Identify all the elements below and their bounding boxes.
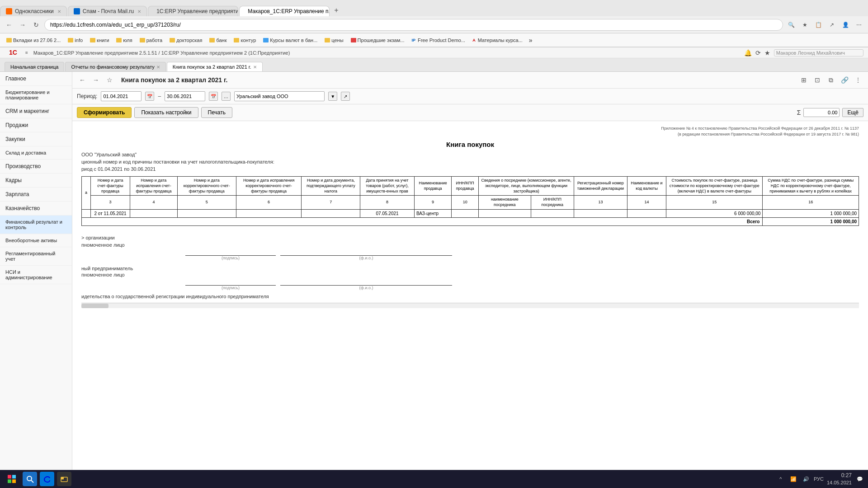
bookmark-12[interactable]: A Материалы курса... xyxy=(470,37,525,44)
period-to-input[interactable] xyxy=(165,91,205,101)
app-menu-icon[interactable]: ≡ xyxy=(25,50,28,55)
toolbar-more-button[interactable]: ⋮ xyxy=(853,75,863,85)
form-button[interactable]: Сформировать xyxy=(77,107,132,118)
sidebar-item-budget[interactable]: Бюджетирование и планирование xyxy=(0,86,72,104)
scroll-thumb[interactable] xyxy=(81,304,108,308)
tab-label-3: 1С:ERP Управление предприяти... xyxy=(156,8,238,14)
settings-button[interactable]: Показать настройки xyxy=(134,107,198,118)
app-tab-reports-close[interactable]: ✕ xyxy=(156,65,160,70)
bookmarks-more[interactable]: » xyxy=(529,37,533,44)
search-button[interactable]: 🔍 xyxy=(786,19,797,30)
tab-close-1[interactable]: ✕ xyxy=(57,9,61,14)
tab-close-2[interactable]: ✕ xyxy=(137,9,141,14)
bookmark-2[interactable]: книги xyxy=(87,37,112,44)
th-5-num: 5 xyxy=(177,196,236,209)
bookmark-1[interactable]: info xyxy=(65,37,85,44)
bookmark-10[interactable]: Прошедшие экзам... xyxy=(348,37,407,44)
bookmark-11[interactable]: IP Free Product Demo... xyxy=(409,37,468,44)
sidebar-item-nsi[interactable]: НСИ и администрирование xyxy=(0,266,72,284)
toolbar-copy-button[interactable]: ⧉ xyxy=(826,75,836,85)
sig-section-2: ный предприниматель пномоченное лицо (по… xyxy=(81,266,859,290)
print-button[interactable]: Печать xyxy=(201,107,232,118)
sidebar-item-treasury[interactable]: Казначейство xyxy=(0,202,72,216)
sidebar-item-finance[interactable]: Финансовый результат и контроль xyxy=(0,216,72,234)
start-button[interactable] xyxy=(4,471,20,487)
period-to-calendar-button[interactable]: 📅 xyxy=(209,92,218,101)
table-scroll-area[interactable]: а Номер и дата счет-фактуры продавца Ном… xyxy=(81,174,859,225)
toolbar-star-button[interactable]: ☆ xyxy=(104,75,115,85)
bookmark-3[interactable]: юля xyxy=(113,37,135,44)
bookmark-5[interactable]: докторская xyxy=(167,37,205,44)
sidebar-item-assets[interactable]: Внеоборотные активы xyxy=(0,234,72,247)
tab-icon-2 xyxy=(74,8,80,14)
taskbar-notification[interactable]: 💬 xyxy=(855,474,864,483)
bookmark-6[interactable]: банк xyxy=(207,37,229,44)
new-tab-button[interactable]: + xyxy=(330,5,342,16)
organization-input[interactable] xyxy=(234,91,325,101)
reload-button[interactable]: ↻ xyxy=(31,19,42,30)
taskbar-search[interactable] xyxy=(23,472,37,486)
toolbar-view-button[interactable]: ⊞ xyxy=(798,75,809,85)
period-from-calendar-button[interactable]: 📅 xyxy=(145,92,154,101)
sidebar-item-warehouse[interactable]: Склад и доставка xyxy=(0,146,72,160)
share-button[interactable]: ↗ xyxy=(826,19,837,30)
organization-select-button[interactable]: ▼ xyxy=(328,92,337,101)
back-button[interactable]: ← xyxy=(4,19,14,30)
a-icon: A xyxy=(472,38,476,42)
taskbar-chevron[interactable]: ^ xyxy=(776,474,785,483)
notification-icon[interactable]: 🔔 xyxy=(744,49,752,56)
horizontal-scrollbar[interactable] xyxy=(81,303,859,308)
app-tab-home[interactable]: Начальная страница xyxy=(5,62,64,71)
sidebar-item-purchases[interactable]: Закупки xyxy=(0,132,72,146)
search-input-area[interactable]: Макаров Леонид Михайлович xyxy=(774,49,863,56)
settings-button[interactable]: ⋯ xyxy=(854,19,864,30)
forward-button[interactable]: → xyxy=(17,19,28,30)
toolbar-back-button[interactable]: ← xyxy=(77,75,88,85)
sidebar-item-crm[interactable]: CRM и маркетинг xyxy=(0,104,72,118)
doc-note-line2: (в редакции постановления Правительства … xyxy=(678,132,859,136)
sidebar-item-regulated[interactable]: Регламентированный учет xyxy=(0,247,72,266)
period-from-input[interactable] xyxy=(101,91,142,101)
favorites-button[interactable]: ★ xyxy=(799,19,810,30)
taskbar-input-lang[interactable]: РУС xyxy=(814,474,823,483)
browser-tab-4[interactable]: Макаров_1С:ERP Управление п... ✕ xyxy=(239,6,330,16)
sidebar-item-production[interactable]: Производство xyxy=(0,160,72,174)
collections-button[interactable]: 📋 xyxy=(813,19,824,30)
toolbar-link-button[interactable]: 🔗 xyxy=(839,75,850,85)
browser-tab-3[interactable]: 1С:ERP Управление предприяти... ✕ xyxy=(148,6,238,16)
toolbar-send-button[interactable]: ⊡ xyxy=(812,75,823,85)
sidebar-item-main[interactable]: Главное xyxy=(0,72,72,86)
svg-rect-0 xyxy=(8,475,11,479)
sidebar-item-payroll[interactable]: Зарплата xyxy=(0,188,72,202)
bookmark-0[interactable]: Вкладки из 27.06 2... xyxy=(4,37,63,44)
bookmark-folder-icon-6 xyxy=(209,38,215,42)
bookmark-label-5: докторская xyxy=(176,38,202,43)
taskbar-network[interactable]: 📶 xyxy=(789,474,798,483)
bookmark-9[interactable]: цены xyxy=(322,37,346,44)
history-icon[interactable]: ⟳ xyxy=(755,49,761,56)
cell-4-0 xyxy=(130,209,178,217)
sig-label-4: пномоченное лицо xyxy=(81,272,125,277)
taskbar-volume[interactable]: 🔊 xyxy=(802,474,811,483)
app-tab-purchasebook[interactable]: Книга покупок за 2 квартал 2021 г. ✕ xyxy=(167,62,263,71)
organization-refresh-button[interactable]: ↗ xyxy=(341,92,350,101)
taskbar-explorer[interactable] xyxy=(57,472,71,486)
app-tab-purchasebook-close[interactable]: ✕ xyxy=(253,65,257,70)
taskbar-edge[interactable] xyxy=(40,472,54,486)
th-11-12: Сведения о посреднике (комиссионере, аге… xyxy=(479,177,574,196)
browser-tab-1[interactable]: Одноклассники ✕ xyxy=(0,6,67,16)
period-dots-button[interactable]: … xyxy=(222,92,231,101)
sum-value-input[interactable] xyxy=(803,108,840,117)
more-button[interactable]: Ещё xyxy=(842,108,863,117)
toolbar-forward-button[interactable]: → xyxy=(90,75,101,85)
bookmark-8[interactable]: Курсы валют в бан... xyxy=(260,37,320,44)
profile-button[interactable]: 👤 xyxy=(840,19,851,30)
address-input[interactable] xyxy=(44,19,783,31)
favorites-icon[interactable]: ★ xyxy=(764,49,770,56)
bookmark-7[interactable]: контур xyxy=(231,37,259,44)
sidebar-item-sales[interactable]: Продажи xyxy=(0,118,72,132)
bookmark-4[interactable]: работа xyxy=(137,37,165,44)
sidebar-item-hr[interactable]: Кадры xyxy=(0,174,72,188)
browser-tab-2[interactable]: Спам - Почта Mail.ru ✕ xyxy=(68,6,147,16)
app-tab-reports[interactable]: Отчеты по финансовому результату ✕ xyxy=(65,62,165,71)
